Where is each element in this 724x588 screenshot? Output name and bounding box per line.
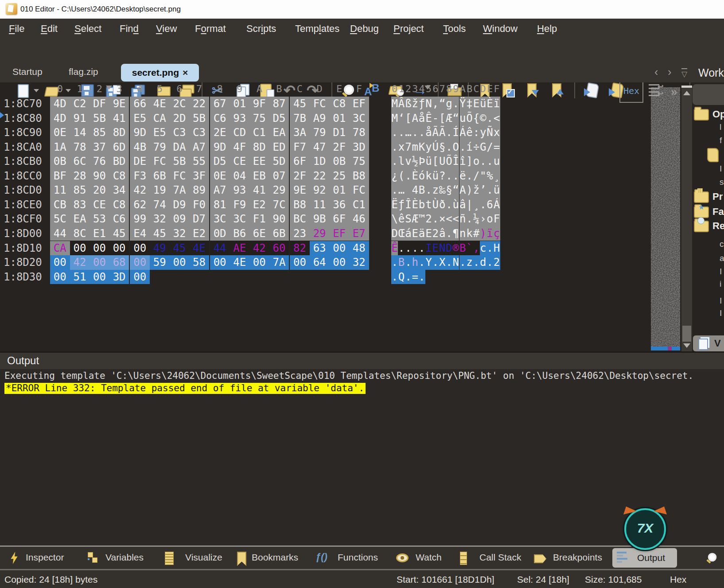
hex-byte[interactable]: 92 <box>310 183 330 198</box>
hex-byte[interactable]: 9B <box>310 212 330 226</box>
hex-byte[interactable]: 42 <box>70 255 90 270</box>
ascii-char[interactable]: . <box>425 183 432 198</box>
hex-byte[interactable]: 00 <box>130 241 150 256</box>
menu-window[interactable]: Window <box>483 23 518 35</box>
ascii-char[interactable]: . <box>466 169 473 183</box>
hex-byte[interactable]: 2F <box>329 140 349 155</box>
ascii-char[interactable]: ½ <box>412 154 418 169</box>
ascii-char[interactable]: . <box>466 212 473 226</box>
ascii-char[interactable]: 7 <box>405 140 412 155</box>
hex-byte[interactable]: 32 <box>150 212 170 226</box>
hex-byte[interactable]: D1 <box>329 125 349 140</box>
hex-byte[interactable]: 59 <box>150 255 170 270</box>
ascii-char[interactable]: . <box>398 241 405 256</box>
hex-byte[interactable]: 6B <box>269 226 289 241</box>
hex-byte[interactable]: A9 <box>310 111 330 126</box>
hex-byte[interactable]: 55 <box>189 154 209 169</box>
hex-byte[interactable]: F9 <box>230 198 249 212</box>
tab-nav-forward-icon[interactable]: › <box>668 66 671 78</box>
hex-byte[interactable]: 51 <box>70 270 90 284</box>
hex-byte[interactable]: 91 <box>70 111 90 126</box>
hex-byte[interactable]: 00 <box>249 255 269 270</box>
ascii-char[interactable]: ž <box>473 183 479 198</box>
ascii-char[interactable]: H <box>493 241 500 256</box>
ascii-char[interactable]: 4 <box>412 183 418 198</box>
ascii-char[interactable]: ’ <box>480 183 487 198</box>
ascii-char[interactable]: â <box>439 226 445 241</box>
menu-file[interactable]: File <box>9 23 24 35</box>
scroll-up-icon[interactable] <box>683 91 690 95</box>
ascii-char[interactable]: 2 <box>425 212 432 226</box>
ascii-char[interactable]: E <box>473 97 479 111</box>
ascii-char[interactable]: ç <box>493 226 500 241</box>
ascii-char[interactable]: ƒ <box>418 97 425 111</box>
ascii-char[interactable]: < <box>446 212 452 226</box>
hex-byte[interactable]: 93 <box>230 183 249 198</box>
hex-byte[interactable]: 44 <box>50 226 70 241</box>
ascii-char[interactable]: . <box>487 154 493 169</box>
hex-byte[interactable]: 8D <box>109 125 129 140</box>
hex-byte[interactable]: 3C <box>349 111 369 126</box>
hex-byte[interactable]: 00 <box>70 241 90 256</box>
hex-byte[interactable]: BC <box>290 212 310 226</box>
ascii-char[interactable]: . <box>418 255 425 270</box>
ascii-char[interactable]: ) <box>466 183 473 198</box>
ascii-char[interactable]: . <box>452 97 459 111</box>
ascii-char[interactable]: B <box>418 183 425 198</box>
sidebar-item-fa[interactable]: Fa <box>712 206 724 218</box>
ascii-char[interactable]: h <box>412 255 418 270</box>
hex-byte[interactable]: 23 <box>290 226 310 241</box>
ascii-char[interactable]: M <box>391 97 398 111</box>
hex-byte[interactable]: 45 <box>170 241 190 256</box>
ascii-char[interactable]: . <box>480 154 487 169</box>
hex-byte[interactable]: 6F <box>290 154 310 169</box>
tab-close-icon[interactable]: × <box>183 67 188 78</box>
hex-byte[interactable]: EF <box>349 97 369 111</box>
ascii-char[interactable]: o <box>487 212 493 226</box>
hex-byte[interactable]: 78 <box>349 125 369 140</box>
hex-byte[interactable]: 64 <box>310 255 330 270</box>
ascii-char[interactable]: ‰ <box>439 183 445 198</box>
ascii-char[interactable]: Á <box>493 198 500 212</box>
hex-byte[interactable]: 00 <box>90 255 109 270</box>
hex-byte[interactable]: 7A <box>170 183 190 198</box>
hex-byte[interactable]: 4E <box>189 241 209 256</box>
hex-byte[interactable]: AE <box>230 241 249 256</box>
hex-byte[interactable]: 00 <box>90 270 109 284</box>
hex-byte[interactable]: 87 <box>269 97 289 111</box>
ascii-char[interactable]: . <box>412 241 418 256</box>
vertical-scrollbar[interactable] <box>681 86 692 351</box>
ascii-char[interactable]: : <box>473 125 479 140</box>
hex-byte[interactable]: 45 <box>150 226 170 241</box>
hex-byte[interactable]: FC <box>349 183 369 198</box>
hex-byte[interactable]: EA <box>70 212 90 226</box>
hex-byte[interactable]: 49 <box>150 241 170 256</box>
ascii-char[interactable]: ¶ <box>452 226 459 241</box>
hex-byte[interactable]: 00 <box>109 241 129 256</box>
ascii-char[interactable]: N <box>439 241 445 256</box>
hex-byte[interactable]: 74 <box>150 198 170 212</box>
ascii-char[interactable]: ï <box>487 226 493 241</box>
ascii-char[interactable]: S <box>405 212 412 226</box>
ascii-char[interactable]: U <box>439 154 445 169</box>
ascii-char[interactable]: m <box>412 140 418 155</box>
ascii-char[interactable]: A <box>412 111 418 126</box>
hex-byte[interactable]: 68 <box>109 255 129 270</box>
ascii-char[interactable]: ü <box>493 183 500 198</box>
ascii-char[interactable]: o <box>473 154 479 169</box>
ascii-char[interactable]: ü <box>432 169 439 183</box>
ascii-char[interactable]: 6 <box>487 198 493 212</box>
ascii-char[interactable]: / <box>473 169 479 183</box>
ascii-char[interactable]: … <box>405 125 412 140</box>
menu-project[interactable]: Project <box>393 23 424 35</box>
ascii-char[interactable]: § <box>446 183 452 198</box>
tab-nav-back-icon[interactable]: ‹ <box>654 66 658 78</box>
ascii-char[interactable]: ) <box>480 226 487 241</box>
hex-byte[interactable]: 5B <box>170 154 190 169</box>
ascii-char[interactable]: Æ <box>446 111 452 126</box>
hex-byte[interactable]: 11 <box>50 183 70 198</box>
menu-format[interactable]: Format <box>195 23 226 35</box>
hex-byte[interactable]: 53 <box>90 212 109 226</box>
ascii-char[interactable]: \ <box>391 212 398 226</box>
hex-byte[interactable]: 32 <box>170 226 190 241</box>
